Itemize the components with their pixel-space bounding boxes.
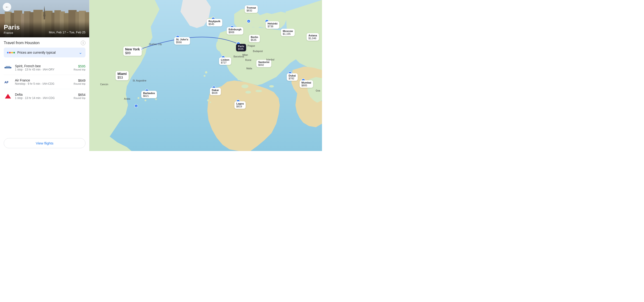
price-label-newyork[interactable]: New York $89 [123,46,142,56]
svg-point-36 [204,75,206,77]
price-label-paris[interactable]: Paris $595 [236,44,246,51]
spirit-price-col: $595 Round trip [74,64,86,71]
price-label-tromso[interactable]: Tromsø $832 [245,5,258,13]
airfrance-flight-info: Air France Nonstop · 9 hr 5 min · IAH-CD… [15,78,74,85]
price-indicator-left: Prices are currently typical [7,51,56,54]
svg-point-41 [239,70,242,75]
spirit-flight-details: 1 stop · 13 hr 43 min · IAH-ORY [15,68,74,71]
dot-blue [7,52,9,53]
map-label-istanbul: Istanbul [266,58,274,61]
delta-logo [4,92,12,100]
delta-flight-info: Delta 1 stop · 13 hr 14 min · IAH-CDG [15,93,74,100]
city-name: Paris [4,23,86,31]
spirit-trip-type: Round trip [74,68,86,71]
price-label-miami[interactable]: Miami $53 [116,71,129,80]
map-label-budapest: Budapest [253,50,263,52]
info-icon[interactable]: i [81,41,86,45]
travel-from-title: Travel from Houston [4,41,40,45]
price-label-dubai[interactable]: Dubai $782 [287,73,298,81]
map-label-cancun: Cancún [100,83,108,86]
dot-red [9,52,11,53]
price-label-lisbon[interactable]: Lisbon $727 [219,57,231,65]
svg-text:✈: ✈ [136,105,137,107]
airfrance-logo: AF [4,78,12,86]
back-button[interactable]: ← [3,3,11,11]
map-panel: ✈ ✈ ✈ ✈ ✈ ✈ ✈ ✈ ✈ ✈ ✈ ✈ ✈ ✈ Tromsø $832 [90,0,322,151]
airfrance-flight-details: Nonstop · 9 hr 5 min · IAH-CDG [15,82,74,85]
flight-item-spirit[interactable]: Spirit, French bee 1 stop · 13 hr 43 min… [4,61,86,75]
map-label-quebeccity: Quebec City [149,43,162,45]
price-label-berlin[interactable]: Berlin $535 [249,35,260,42]
map-label-prague: Prague [248,44,255,47]
price-label-reykjavik[interactable]: Reykjavík $545 [207,19,222,26]
price-label-mumbai[interactable]: Mumbai $805 [300,80,313,88]
svg-point-43 [269,85,274,87]
map-label-goa: Goa [316,89,320,92]
hero-image: ← Paris France Mon, Feb 17 – Tue, Feb 25 [0,0,89,37]
dot-green [13,52,15,53]
airfrance-price: $649 [74,79,86,82]
airfrance-trip-type: Round trip [74,82,86,85]
delta-trip-type: Round trip [74,97,86,99]
svg-point-35 [205,71,207,73]
panel-content: Travel from Houston i Prices are current… [0,37,89,136]
hero-overlay: Paris France [0,21,89,37]
left-panel: ← Paris France Mon, Feb 17 – Tue, Feb 25… [0,0,90,151]
svg-marker-27 [5,94,11,98]
price-status-text: Prices are currently typical [17,51,56,54]
flight-item-delta[interactable]: Delta 1 stop · 13 hr 14 min · IAH-CDG $6… [4,89,86,103]
map-label-rome: Rome [245,59,252,61]
price-label-helsinki[interactable]: Helsinki $738 [266,21,279,29]
delta-flight-details: 1 stop · 13 hr 14 min · IAH-CDG [15,96,74,100]
svg-point-31 [144,99,146,101]
price-label-edinburgh[interactable]: Edinburgh $908 [227,27,243,34]
svg-point-37 [207,99,209,101]
price-label-astana[interactable]: Astana $1,046 [306,33,319,41]
svg-point-42 [242,84,248,88]
delta-price: $654 [74,93,86,97]
map-label-aruba: Aruba [124,98,130,100]
view-flights-button[interactable]: View flights [4,138,86,148]
svg-point-38 [210,101,211,103]
svg-text:AF: AF [4,80,8,84]
svg-point-44 [256,90,262,92]
travel-from-header: Travel from Houston i [4,41,86,45]
delta-price-col: $654 Round trip [74,93,86,99]
price-label-stjohns[interactable]: St. John's $566 [174,37,190,44]
svg-point-29 [138,97,140,99]
google-dots [7,52,15,53]
svg-marker-25 [6,66,10,68]
airfrance-airline-name: Air France [15,78,74,82]
map-label-milan: Milan [242,54,248,56]
price-label-dakar[interactable]: Dakar $928 [210,88,221,95]
spirit-flight-info: Spirit, French bee 1 stop · 13 hr 43 min… [15,64,74,71]
price-label-barbados[interactable]: Barbados $621 [141,91,157,98]
spirit-logo [4,63,12,72]
delta-airline-name: Delta [15,93,74,96]
svg-point-40 [237,74,241,80]
svg-point-39 [246,91,251,94]
map-label-staugustine: St. Augustine [133,79,146,82]
spirit-airline-name: Spirit, French bee [15,64,74,68]
svg-text:✈: ✈ [248,21,250,22]
price-label-moscow[interactable]: Moscow $1,165 [281,29,295,36]
chevron-down-icon: ⌄ [79,50,82,55]
hero-dates: Mon, Feb 17 – Tue, Feb 25 [49,30,86,34]
dot-yellow [11,52,13,53]
flight-item-airfrance[interactable]: AF Air France Nonstop · 9 hr 5 min · IAH… [4,75,86,89]
spirit-price: $595 [74,64,86,68]
map-label-malta: Malta [246,67,252,70]
price-label-lagos[interactable]: Lagos $919 [234,101,246,109]
airfrance-price-col: $649 Round trip [74,79,86,85]
price-indicator[interactable]: Prices are currently typical ⌄ [4,48,86,57]
flight-list: Spirit, French bee 1 stop · 13 hr 43 min… [4,61,86,103]
svg-point-34 [155,98,157,100]
